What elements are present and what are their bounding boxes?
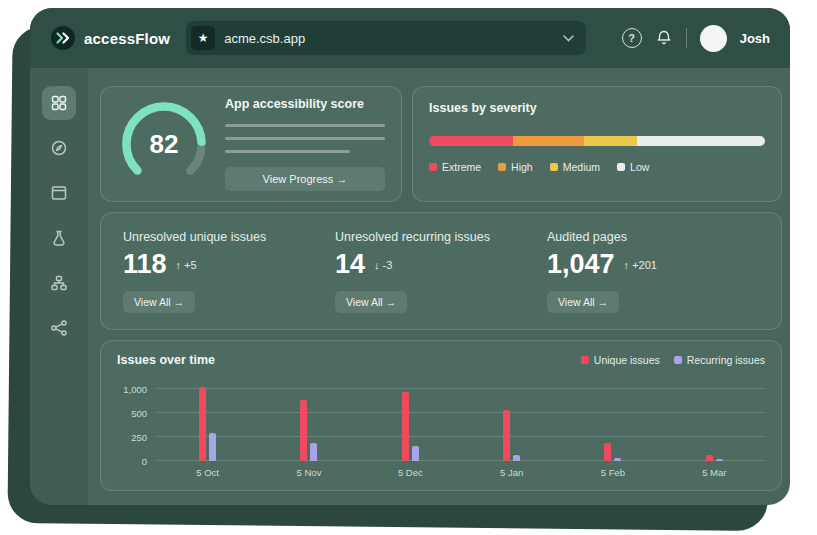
bar-group (258, 381, 359, 461)
chart-plot (157, 381, 765, 461)
legend-label: High (511, 161, 533, 173)
window-icon (50, 184, 68, 202)
legend-swatch (498, 163, 506, 171)
app-window: accessFlow ★ acme.csb.app ? Josh (30, 8, 790, 505)
stat-value: 1,047 (547, 249, 615, 280)
sidebar-item-dashboard[interactable] (42, 86, 76, 120)
compass-icon (50, 139, 68, 157)
y-tick-label: 250 (131, 432, 147, 443)
bar-group (664, 381, 765, 461)
avatar[interactable] (700, 25, 727, 52)
view-progress-button[interactable]: View Progress → (225, 167, 385, 191)
bar-recurring-issues (716, 459, 723, 461)
legend-swatch (617, 163, 625, 171)
legend-label: Extreme (442, 161, 481, 173)
stat-delta: ↑ +5 (176, 259, 197, 271)
severity-segment-high (513, 136, 584, 146)
bar-unique-issues (706, 455, 713, 461)
bar-recurring-issues (310, 443, 317, 461)
sidebar-item-explore[interactable] (42, 131, 76, 165)
issues-chart: 1,0005002500 (117, 381, 765, 461)
severity-legend-item: Low (617, 161, 649, 173)
score-card-right: App accessibility score View Progress → (225, 97, 385, 191)
severity-segment-extreme (429, 136, 513, 146)
severity-legend: ExtremeHighMediumLow (429, 161, 765, 173)
y-tick-label: 0 (142, 456, 147, 467)
view-all-audited-pages-button[interactable]: View All → (547, 291, 619, 313)
skeleton-line (225, 124, 385, 127)
chart-y-labels: 1,0005002500 (117, 381, 157, 461)
dashboard-icon (50, 94, 68, 112)
topbar-actions: ? Josh (622, 25, 770, 52)
severity-segment-low (637, 136, 765, 146)
legend-label: Low (630, 161, 649, 173)
stat-delta: ↑ +201 (624, 259, 657, 271)
x-tick-label: 5 Nov (258, 467, 359, 478)
x-tick-label: 5 Dec (360, 467, 461, 478)
site-selector-value: acme.csb.app (224, 31, 554, 46)
chart-legend-item: Recurring issues (674, 354, 765, 366)
chart-title: Issues over time (117, 353, 215, 367)
flask-icon (50, 229, 68, 247)
x-tick-label: 5 Jan (461, 467, 562, 478)
accessibility-score-card: 82 App accessibility score View Progress… (100, 86, 402, 202)
bar-recurring-issues (412, 446, 419, 461)
notifications-bell-icon[interactable] (655, 29, 673, 47)
severity-legend-item: High (498, 161, 533, 173)
chart-bars (157, 381, 765, 461)
legend-swatch (550, 163, 558, 171)
issues-by-severity-card: Issues by severity ExtremeHighMediumLow (412, 86, 782, 202)
stat-unresolved-unique-issues: Unresolved unique issues 118 ↑ +5 View A… (123, 230, 335, 313)
bar-group (360, 381, 461, 461)
stat-label: Unresolved unique issues (123, 230, 266, 244)
stat-unresolved-recurring-issues: Unresolved recurring issues 14 ↓ -3 View… (335, 230, 547, 313)
skeleton-line (225, 137, 385, 140)
bar-group (157, 381, 258, 461)
stat-audited-pages: Audited pages 1,047 ↑ +201 View All → (547, 230, 759, 313)
sidebar-item-tests[interactable] (42, 221, 76, 255)
bar-unique-issues (604, 443, 611, 461)
accessflow-logo-icon (50, 25, 76, 51)
x-tick-label: 5 Feb (562, 467, 663, 478)
topbar-divider (686, 28, 687, 48)
legend-label: Recurring issues (687, 354, 765, 366)
issues-over-time-card: Issues over time Unique issuesRecurring … (100, 340, 782, 491)
sidebar (30, 68, 88, 505)
legend-swatch (674, 356, 682, 364)
chevron-down-icon (563, 35, 574, 42)
severity-card-title: Issues by severity (429, 101, 765, 115)
bar-recurring-issues (614, 458, 621, 461)
view-all-recurring-issues-button[interactable]: View All → (335, 291, 407, 313)
view-all-unique-issues-button[interactable]: View All → (123, 291, 195, 313)
help-icon[interactable]: ? (622, 28, 642, 48)
main-content: 82 App accessibility score View Progress… (88, 68, 790, 505)
chart-legend-item: Unique issues (581, 354, 660, 366)
severity-legend-item: Extreme (429, 161, 481, 173)
skeleton-line (225, 150, 350, 153)
stat-value: 14 (335, 249, 365, 280)
body-row: 82 App accessibility score View Progress… (30, 68, 790, 505)
bar-group (562, 381, 663, 461)
chart-legend: Unique issuesRecurring issues (581, 354, 765, 366)
site-selector[interactable]: ★ acme.csb.app (186, 21, 586, 55)
bar-unique-issues (199, 387, 206, 461)
y-tick-label: 500 (131, 408, 147, 419)
share-nodes-icon (50, 319, 68, 337)
sidebar-item-components[interactable] (42, 266, 76, 300)
sidebar-item-pages[interactable] (42, 176, 76, 210)
accessibility-score-value: 82 (117, 97, 211, 191)
x-tick-label: 5 Mar (664, 467, 765, 478)
accessibility-score-gauge: 82 (117, 97, 211, 191)
bar-recurring-issues (209, 433, 216, 461)
sitemap-icon (50, 274, 68, 292)
stat-delta: ↓ -3 (374, 259, 392, 271)
topbar: accessFlow ★ acme.csb.app ? Josh (30, 8, 790, 68)
severity-segment-medium (584, 136, 638, 146)
legend-label: Unique issues (594, 354, 660, 366)
chart-header: Issues over time Unique issuesRecurring … (117, 353, 765, 367)
brand: accessFlow (50, 25, 170, 51)
sidebar-item-integrations[interactable] (42, 311, 76, 345)
stat-value: 118 (123, 249, 167, 280)
legend-label: Medium (563, 161, 600, 173)
stat-label: Unresolved recurring issues (335, 230, 490, 244)
